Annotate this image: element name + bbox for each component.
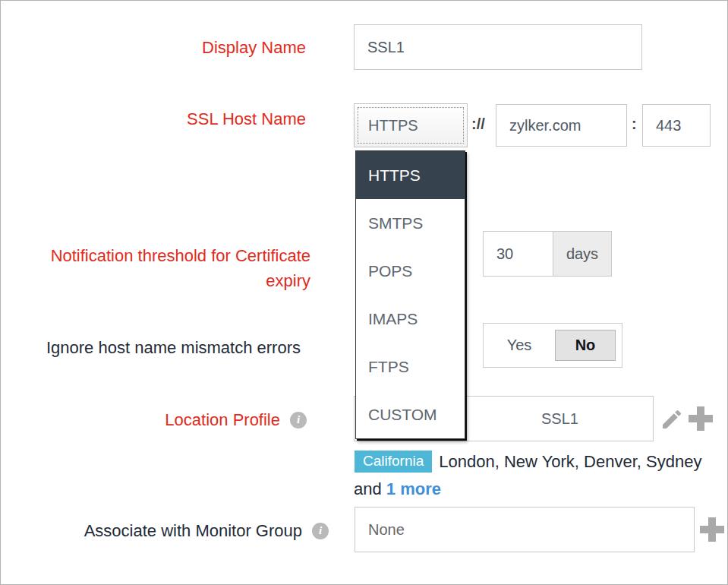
protocol-option-ftps[interactable]: FTPS [356,343,465,391]
port-input[interactable] [642,104,711,147]
other-locations-text: London, New York, Denver, Sydney [439,452,701,472]
scheme-separator: :// [471,115,485,133]
protocol-dropdown-menu: HTTPS SMTPS POPS IMAPS FTPS CUSTOM [355,150,465,439]
protocol-option-imaps[interactable]: IMAPS [356,295,465,343]
location-profile-label-row: Location Profile i [165,410,307,430]
edit-icon[interactable] [660,407,684,432]
display-name-label: Display Name [202,37,306,58]
protocol-selected-value: HTTPS [368,117,418,134]
monitor-group-label: Associate with Monitor Group [84,520,302,541]
location-more-row: and 1 more [354,479,441,499]
threshold-label: Notification threshold for Certificate e… [51,243,310,293]
protocol-option-smtps[interactable]: SMTPS [356,199,465,247]
ignore-mismatch-no-option[interactable]: No [555,330,616,361]
protocol-option-https[interactable]: HTTPS [356,151,465,199]
monitor-group-label-row: Associate with Monitor Group i [84,520,329,541]
port-separator: : [632,115,637,133]
ignore-mismatch-yes-option[interactable]: Yes [484,324,555,367]
location-profile-value: SSL1 [541,410,578,428]
location-profile-label: Location Profile [165,410,280,430]
more-locations-link[interactable]: 1 more [386,479,441,498]
location-list-row: California London, New York, Denver, Syd… [355,451,701,473]
location-badge: California [355,451,432,473]
add-location-profile-icon[interactable] [689,406,713,431]
threshold-label-line2: expiry [51,268,310,293]
ssl-monitor-form: Display Name SSL Host Name HTTPS :// : H… [0,0,728,585]
threshold-label-line1: Notification threshold for Certificate [51,243,310,268]
monitor-group-value: None [368,521,405,539]
threshold-unit: days [553,231,612,277]
conjunction-text: and [354,479,382,498]
host-input[interactable] [496,104,627,147]
protocol-option-pops[interactable]: POPS [356,247,465,295]
monitor-group-select[interactable]: None [355,507,695,552]
display-name-input[interactable] [354,24,642,70]
ssl-host-name-label: SSL Host Name [187,109,306,129]
protocol-select[interactable]: HTTPS [354,103,468,147]
threshold-group: days [483,231,612,277]
ignore-mismatch-toggle: Yes No [483,323,622,368]
add-monitor-group-icon[interactable] [700,517,724,542]
protocol-option-custom[interactable]: CUSTOM [356,391,465,438]
ignore-mismatch-label: Ignore host name mismatch errors [46,337,301,358]
info-icon[interactable]: i [290,412,307,428]
threshold-input[interactable] [483,231,553,277]
info-icon[interactable]: i [312,523,329,539]
